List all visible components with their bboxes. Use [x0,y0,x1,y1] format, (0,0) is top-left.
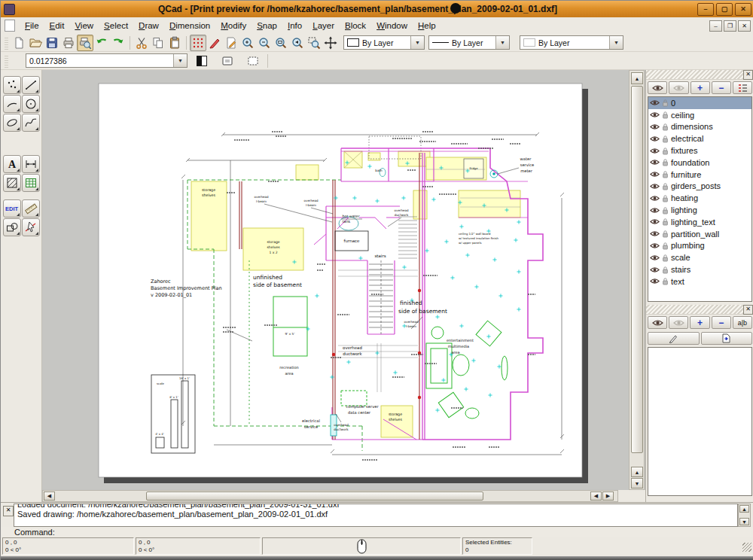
resize-grip[interactable] [742,543,751,552]
scroll-left-button[interactable]: ◀ [44,492,55,501]
black-white-toggle-button[interactable] [194,53,210,69]
document-icon[interactable] [5,20,15,32]
scroll-up-button[interactable]: ▲ [631,72,643,84]
close-icon[interactable]: ✕ [743,70,753,80]
ellipses-tool-button[interactable] [3,114,21,132]
mdi-restore-button[interactable]: ❐ [724,20,736,32]
hscroll-thumb[interactable] [146,492,483,501]
add-block-button[interactable]: + [690,316,709,329]
layer-row-lighting[interactable]: lighting [648,204,751,216]
layer-row-partition_wall[interactable]: partition_wall [648,228,751,240]
menu-edit[interactable]: Edit [44,20,70,32]
rename-block-button[interactable]: a|b [733,316,752,329]
block-panel-header[interactable]: ✕ [646,305,753,315]
save-button[interactable] [44,35,60,51]
blocks-tool-button[interactable] [3,218,21,236]
zoom-auto-button[interactable] [273,35,289,51]
menu-dimension[interactable]: Dimension [164,20,215,32]
vscroll-thumb[interactable] [631,86,643,453]
points-tool-button[interactable] [3,76,21,94]
select-tool-button[interactable] [22,218,40,236]
history-scrollbar[interactable]: ▲ ▼ [738,504,751,527]
menu-help[interactable]: Help [413,20,441,32]
close-icon[interactable]: ✕ [3,506,14,516]
edit-layer-button[interactable] [733,81,752,94]
canvas-vscrollbar[interactable]: ▲ ▲ ▼ [629,70,645,490]
image-tool-button[interactable] [22,174,40,192]
text-tool-button[interactable]: A [3,155,21,173]
undo-button[interactable] [93,35,110,51]
zoom-window-button[interactable] [306,35,322,51]
layer-row-electrical[interactable]: electrical [648,132,751,145]
edit-entity-button[interactable] [223,35,239,51]
menu-view[interactable]: View [69,20,99,32]
title-bar[interactable]: QCad - [Print preview for /home/kzahorec… [1,1,753,17]
layer-panel-header[interactable]: ✕ [646,70,753,80]
pen-width-combo[interactable]: By Layer ▼ [520,35,623,50]
paper-borders-button[interactable] [245,53,261,69]
layer-row-foundation[interactable]: foundation [648,157,751,169]
menu-window[interactable]: Window [371,20,413,32]
zoom-pan-button[interactable] [322,35,339,51]
scroll-left-button2[interactable]: ◀ [590,492,602,501]
close-icon[interactable]: ✕ [743,305,753,315]
layer-row-plumbing[interactable]: plumbing [648,240,751,252]
open-button[interactable] [27,35,44,51]
draw-pen-button[interactable] [206,35,223,51]
zoom-in-button[interactable] [239,35,256,51]
edit-tool-button[interactable]: EDIT [3,199,21,218]
arcs-tool-button[interactable] [3,95,21,113]
mdi-close-button[interactable]: ✕ [738,20,751,32]
menu-modify[interactable]: Modify [215,20,252,32]
block-list[interactable] [648,347,752,496]
show-all-layers-button[interactable] [648,81,667,94]
scroll-up-button[interactable]: ▲ [739,505,749,513]
mdi-minimize-button[interactable]: – [709,20,722,32]
grid-toggle-button[interactable] [190,35,206,51]
maximize-button[interactable]: ▢ [716,3,733,16]
circles-tool-button[interactable] [22,95,40,113]
canvas-hscrollbar[interactable]: ◀ ◀ ▶ [42,490,618,502]
pen-linetype-combo[interactable]: By Layer ▼ [428,35,510,50]
new-button[interactable] [11,35,27,51]
cut-button[interactable] [133,35,150,51]
redo-button[interactable] [110,35,127,51]
layer-row-0[interactable]: 0 [648,97,751,109]
menu-snap[interactable]: Snap [252,20,282,32]
pen-color-combo[interactable]: By Layer ▼ [343,35,425,50]
menu-select[interactable]: Select [99,20,133,32]
drawing-canvas[interactable]: ZahorecBasement Improvement Planv 2009-0… [42,70,645,502]
layer-row-heating[interactable]: heating [648,192,751,204]
layer-row-text[interactable]: text [648,275,751,288]
menu-layer[interactable]: Layer [307,20,340,32]
layer-row-girders_posts[interactable]: girders_posts [648,181,751,193]
hide-all-blocks-button[interactable] [669,316,688,329]
menu-draw[interactable]: Draw [133,20,164,32]
lines-tool-button[interactable] [22,76,40,94]
add-layer-button[interactable]: + [691,81,710,94]
fit-page-button[interactable] [219,53,236,69]
menu-file[interactable]: File [20,20,44,32]
hide-all-layers-button[interactable] [669,81,688,94]
scroll-down-button[interactable]: ▼ [739,518,749,525]
layer-row-scale[interactable]: scale [648,251,751,263]
scroll-right-button[interactable]: ▶ [602,492,614,501]
zoom-previous-button[interactable] [289,35,306,51]
show-all-blocks-button[interactable] [648,316,667,329]
print-button[interactable] [60,35,77,51]
measure-tool-button[interactable] [22,199,40,218]
layer-row-furniture[interactable]: furniture [648,169,751,181]
splines-tool-button[interactable] [22,114,40,132]
toolbar-handle[interactable] [5,36,8,50]
remove-block-button[interactable]: − [712,316,731,329]
layer-row-ceiling[interactable]: ceiling [648,109,751,121]
paste-button[interactable] [166,35,183,51]
edit-block-button[interactable] [648,332,700,345]
minimize-button[interactable]: – [697,3,714,16]
toolbar-handle[interactable] [5,54,8,68]
remove-layer-button[interactable]: − [712,81,731,94]
copy-button[interactable] [150,35,166,51]
layer-row-dimensions[interactable]: dimensions [648,121,751,133]
layer-row-lighting_text[interactable]: lighting_text [648,216,751,228]
hatches-tool-button[interactable] [3,174,21,192]
